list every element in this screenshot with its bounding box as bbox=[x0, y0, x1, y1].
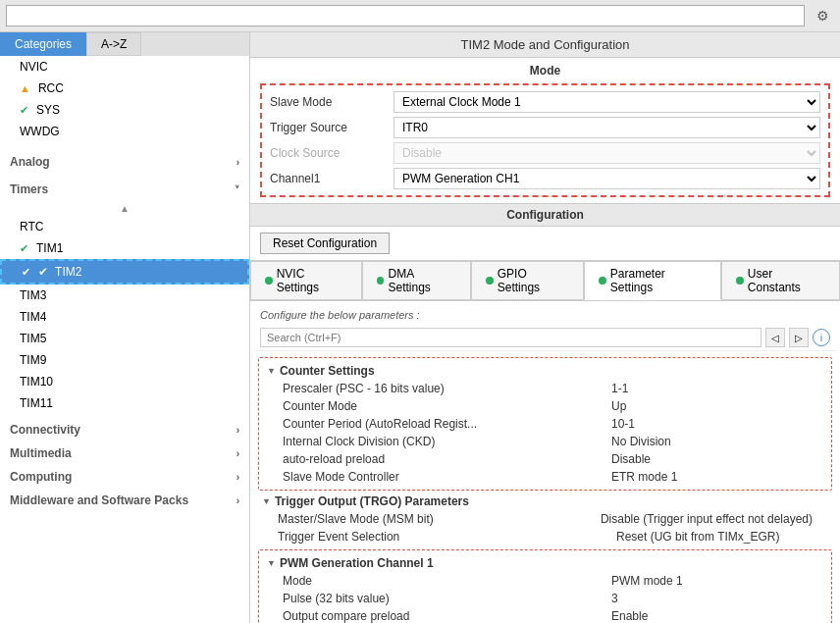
sidebar-tab-bar: Categories A->Z bbox=[0, 32, 249, 56]
sidebar-item-TIM5[interactable]: TIM5 bbox=[0, 328, 249, 349]
tab-atoz[interactable]: A->Z bbox=[86, 32, 141, 56]
sidebar-item-SYS[interactable]: SYS bbox=[0, 99, 249, 121]
sidebar-item-TIM9[interactable]: TIM9 bbox=[0, 349, 249, 371]
reset-bar: Reset Configuration bbox=[250, 227, 840, 261]
expand-arrow[interactable]: ▲ bbox=[0, 201, 249, 216]
channel1-select[interactable]: PWM Generation CH1 bbox=[394, 168, 820, 189]
mode-row-slave: Slave Mode External Clock Mode 1 bbox=[270, 91, 820, 113]
right-panel: TIM2 Mode and Configuration Mode Slave M… bbox=[250, 32, 840, 623]
search-prev-button[interactable]: ◁ bbox=[765, 328, 785, 347]
param-counter-mode: Counter Mode Up bbox=[263, 397, 827, 415]
mode-row-channel1: Channel1 PWM Generation CH1 bbox=[270, 168, 820, 189]
param-pwm-mode: Mode PWM mode 1 bbox=[263, 572, 827, 590]
search-input[interactable] bbox=[6, 5, 805, 26]
param-autoreload-preload: auto-reload preload Disable bbox=[263, 450, 827, 468]
tab-dma-settings[interactable]: DMA Settings bbox=[362, 261, 471, 300]
info-icon: i bbox=[813, 329, 830, 346]
tab-categories[interactable]: Categories bbox=[0, 32, 86, 56]
mode-header: Mode bbox=[260, 64, 830, 78]
tab-parameter-settings[interactable]: Parameter Settings bbox=[584, 261, 721, 300]
mode-row-trigger: Trigger Source ITR0 bbox=[270, 117, 820, 138]
section-connectivity[interactable]: Connectivity › bbox=[0, 418, 249, 441]
reset-configuration-button[interactable]: Reset Configuration bbox=[260, 233, 390, 254]
search-next-button[interactable]: ▷ bbox=[789, 328, 809, 347]
user-const-dot-icon bbox=[736, 277, 744, 285]
slave-mode-select-wrapper: External Clock Mode 1 bbox=[394, 91, 820, 113]
trigger-source-select[interactable]: ITR0 bbox=[394, 117, 820, 138]
trigger-source-label: Trigger Source bbox=[270, 121, 388, 134]
search-bar: ◁ ▷ i bbox=[254, 325, 836, 351]
sidebar: Categories A->Z NVIC RCC SYS WWDG Analog… bbox=[0, 32, 250, 623]
collapse-trgo-icon: ▼ bbox=[262, 496, 271, 506]
sidebar-item-RCC[interactable]: RCC bbox=[0, 78, 249, 99]
mode-section: Mode Slave Mode External Clock Mode 1 Tr… bbox=[250, 58, 840, 204]
top-bar: ⚙ bbox=[0, 0, 840, 32]
chevron-multimedia-icon: › bbox=[236, 448, 239, 459]
dma-dot-icon bbox=[377, 277, 385, 285]
sidebar-item-TIM10[interactable]: TIM10 bbox=[0, 371, 249, 392]
chevron-computing-icon: › bbox=[236, 472, 239, 483]
slave-mode-label: Slave Mode bbox=[270, 95, 388, 109]
collapse-counter-icon: ▼ bbox=[267, 366, 276, 376]
pwm-ch1-header[interactable]: ▼ PWM Generation Channel 1 bbox=[263, 554, 827, 572]
panel-title: TIM2 Mode and Configuration bbox=[250, 32, 840, 58]
param-ckd: Internal Clock Division (CKD) No Divisio… bbox=[263, 433, 827, 450]
collapse-pwm-icon: ▼ bbox=[267, 558, 276, 568]
param-trigger-event: Trigger Event Selection Reset (UG bit fr… bbox=[258, 528, 832, 545]
sidebar-item-TIM4[interactable]: TIM4 bbox=[0, 306, 249, 328]
chevron-analog-icon: › bbox=[236, 157, 239, 168]
gpio-dot-icon bbox=[486, 277, 494, 285]
channel1-select-wrapper: PWM Generation CH1 bbox=[394, 168, 820, 189]
sidebar-item-WWDG[interactable]: WWDG bbox=[0, 121, 249, 142]
section-analog[interactable]: Analog › bbox=[0, 150, 249, 174]
trgo-header[interactable]: ▼ Trigger Output (TRGO) Parameters bbox=[258, 493, 832, 510]
section-computing[interactable]: Computing › bbox=[0, 465, 249, 489]
counter-settings-header[interactable]: ▼ Counter Settings bbox=[263, 362, 827, 380]
sidebar-content: NVIC RCC SYS WWDG Analog › Timers ˅ ▲ RT… bbox=[0, 56, 249, 623]
section-middleware[interactable]: Middleware and Software Packs › bbox=[0, 489, 249, 512]
counter-settings-group: ▼ Counter Settings Prescaler (PSC - 16 b… bbox=[258, 357, 832, 491]
param-prescaler: Prescaler (PSC - 16 bits value) 1-1 bbox=[263, 380, 827, 397]
tab-gpio-settings[interactable]: GPIO Settings bbox=[471, 261, 584, 300]
param-content: Configure the below parameters : ◁ ▷ i ▼… bbox=[250, 301, 840, 623]
sidebar-item-RTC[interactable]: RTC bbox=[0, 216, 249, 237]
gear-icon[interactable]: ⚙ bbox=[811, 4, 834, 27]
trigger-source-select-wrapper: ITR0 bbox=[394, 117, 820, 138]
clock-source-select-wrapper: Disable bbox=[394, 142, 820, 164]
clock-source-select[interactable]: Disable bbox=[394, 142, 820, 164]
sidebar-item-TIM11[interactable]: TIM11 bbox=[0, 392, 249, 414]
sidebar-item-NVIC[interactable]: NVIC bbox=[0, 56, 249, 78]
section-multimedia[interactable]: Multimedia › bbox=[0, 441, 249, 465]
param-tree: ▼ Counter Settings Prescaler (PSC - 16 b… bbox=[254, 351, 836, 623]
configure-label: Configure the below parameters : bbox=[254, 305, 836, 325]
param-counter-period: Counter Period (AutoReload Regist... 10-… bbox=[263, 415, 827, 433]
param-search-input[interactable] bbox=[260, 328, 761, 347]
sidebar-item-TIM2[interactable]: ✔ TIM2 bbox=[0, 259, 249, 285]
chevron-middleware-icon: › bbox=[236, 495, 239, 506]
param-oc-preload: Output compare preload Enable bbox=[263, 607, 827, 623]
param-pulse: Pulse (32 bits value) 3 bbox=[263, 590, 827, 607]
tab-user-constants[interactable]: User Constants bbox=[721, 261, 840, 300]
mode-dashed-box: Slave Mode External Clock Mode 1 Trigger… bbox=[260, 83, 830, 197]
config-header: Configuration bbox=[250, 204, 840, 227]
param-slave-mode-ctrl: Slave Mode Controller ETR mode 1 bbox=[263, 468, 827, 486]
tab-nvic-settings[interactable]: NVIC Settings bbox=[250, 261, 362, 300]
nvic-dot-icon bbox=[265, 277, 273, 285]
config-tab-bar: NVIC Settings DMA Settings GPIO Settings… bbox=[250, 261, 840, 301]
sidebar-item-TIM1[interactable]: TIM1 bbox=[0, 237, 249, 259]
slave-mode-select[interactable]: External Clock Mode 1 bbox=[394, 91, 820, 113]
chevron-connectivity-icon: › bbox=[236, 425, 239, 436]
config-section: Configuration Reset Configuration NVIC S… bbox=[250, 204, 840, 623]
section-timers[interactable]: Timers ˅ bbox=[0, 178, 249, 201]
clock-source-label: Clock Source bbox=[270, 146, 388, 160]
trgo-group: ▼ Trigger Output (TRGO) Parameters Maste… bbox=[258, 493, 832, 545]
param-dot-icon bbox=[599, 277, 606, 285]
pwm-ch1-group: ▼ PWM Generation Channel 1 Mode PWM mode… bbox=[258, 549, 832, 623]
mode-row-clock: Clock Source Disable bbox=[270, 142, 820, 164]
param-msm: Master/Slave Mode (MSM bit) Disable (Tri… bbox=[258, 510, 832, 528]
channel1-label: Channel1 bbox=[270, 172, 388, 185]
sidebar-item-TIM3[interactable]: TIM3 bbox=[0, 285, 249, 306]
chevron-timers-icon: ˅ bbox=[235, 184, 239, 195]
